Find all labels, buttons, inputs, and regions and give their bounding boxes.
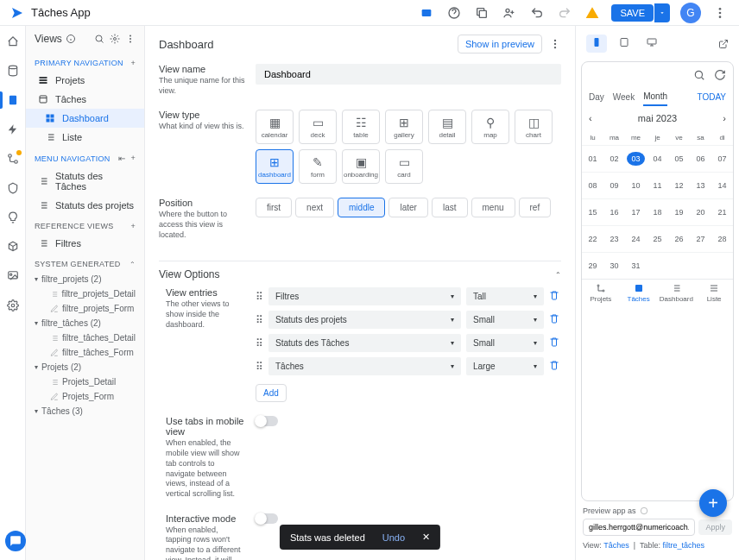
cal-cell[interactable]: 14	[711, 172, 733, 198]
table-link[interactable]: filtre_tâches	[662, 541, 704, 550]
add-icon[interactable]: +	[130, 222, 136, 230]
cal-cell[interactable]: 26	[668, 225, 690, 252]
cal-cell[interactable]: 21	[711, 198, 733, 225]
rail-intelligence[interactable]	[4, 209, 22, 226]
cal-cell[interactable]	[647, 252, 668, 279]
add-icon[interactable]: +	[130, 154, 136, 163]
cal-cell[interactable]: 08	[582, 172, 603, 198]
entry-size-select[interactable]: Small▾	[466, 311, 544, 329]
rail-manage[interactable]	[4, 238, 22, 255]
entry-view-select[interactable]: Filtres▾	[268, 287, 461, 305]
device-tab-desktop[interactable]	[641, 35, 662, 53]
cal-cell[interactable]: 16	[603, 198, 625, 225]
preview-user-input[interactable]	[583, 519, 695, 536]
cal-cell[interactable]: 03	[625, 145, 647, 172]
position-later[interactable]: later	[388, 198, 427, 217]
cal-cell[interactable]: 04	[647, 145, 668, 172]
cal-cell[interactable]: 20	[690, 198, 711, 225]
position-next[interactable]: next	[295, 198, 334, 217]
cal-cell[interactable]: 05	[668, 145, 690, 172]
sidebar-item-filtres[interactable]: Filtres	[26, 234, 144, 253]
position-middle[interactable]: middle	[338, 198, 385, 217]
cal-cell[interactable]: 11	[647, 172, 668, 198]
cal-cell[interactable]: 27	[690, 225, 711, 252]
use-tabs-toggle[interactable]	[256, 416, 278, 426]
rail-settings[interactable]	[4, 297, 22, 314]
more-vert-icon[interactable]	[549, 38, 561, 50]
rail-data[interactable]	[4, 62, 22, 79]
gear-icon[interactable]	[110, 34, 120, 44]
interactive-toggle[interactable]	[256, 513, 278, 524]
save-dropdown[interactable]	[654, 3, 670, 22]
drag-handle-icon[interactable]: ⠿	[256, 291, 263, 303]
type-card-deck[interactable]: ▭deck	[299, 110, 337, 144]
position-first[interactable]: first	[256, 198, 292, 217]
search-icon[interactable]	[94, 34, 104, 44]
sidebar-item-liste[interactable]: Liste	[26, 128, 144, 147]
cal-cell[interactable]: 02	[603, 145, 625, 172]
position-ref[interactable]: ref	[519, 198, 552, 217]
cal-cell[interactable]: 15	[582, 198, 603, 225]
entry-view-select[interactable]: Statuts des Tâches▾	[268, 334, 461, 352]
type-card-chart[interactable]: ◫chart	[515, 110, 553, 144]
rail-security[interactable]	[4, 179, 22, 197]
cal-cell[interactable]: 10	[625, 172, 647, 198]
tree-leaf[interactable]: Projets_Detail	[26, 374, 144, 389]
tree-group[interactable]: ▾filtre_tâches (2)	[26, 316, 144, 330]
save-button[interactable]: SAVE	[611, 4, 654, 22]
cal-cell[interactable]: 07	[711, 145, 733, 172]
copy-icon[interactable]	[473, 4, 490, 22]
bottomnav-tâches[interactable]: Tâches	[620, 283, 658, 303]
entry-size-select[interactable]: Tall▾	[466, 287, 544, 305]
cal-cell[interactable]: 23	[603, 225, 625, 252]
delete-icon[interactable]	[549, 313, 561, 326]
warning-icon[interactable]	[584, 4, 601, 22]
cal-cell[interactable]: 17	[625, 198, 647, 225]
delete-icon[interactable]	[549, 360, 561, 373]
type-card-form[interactable]: ✎form	[299, 149, 337, 184]
drag-handle-icon[interactable]: ⠿	[256, 337, 263, 349]
tree-leaf[interactable]: filtre_projets_Form	[26, 301, 144, 316]
cal-cell[interactable]: 12	[668, 172, 690, 198]
cal-cell[interactable]: 18	[647, 198, 668, 225]
redo-icon[interactable]	[556, 4, 573, 22]
sidebar-item-projets[interactable]: Projets	[26, 71, 144, 90]
type-card-calendar[interactable]: ▦calendar	[256, 110, 294, 144]
entry-view-select[interactable]: Statuts des projets▾	[268, 311, 461, 329]
drag-handle-icon[interactable]: ⠿	[256, 361, 263, 373]
cal-cell[interactable]: 30	[603, 252, 625, 279]
undo-icon[interactable]	[528, 4, 546, 22]
sidebar-item-tâches[interactable]: Tâches	[26, 90, 144, 109]
rail-actions[interactable]	[4, 121, 22, 138]
tree-leaf[interactable]: filtre_tâches_Form	[26, 345, 144, 360]
show-in-preview-button[interactable]: Show in preview	[458, 35, 542, 53]
bottomnav-projets[interactable]: Projets	[582, 283, 620, 303]
toast-close-icon[interactable]: ✕	[422, 532, 430, 543]
tree-leaf[interactable]: filtre_projets_Detail	[26, 286, 144, 301]
cal-cell[interactable]: 31	[625, 252, 647, 279]
today-button[interactable]: TODAY	[697, 92, 726, 102]
rail-views[interactable]	[4, 91, 22, 109]
type-card-onboarding[interactable]: ▣onboarding	[342, 149, 380, 184]
position-menu[interactable]: menu	[471, 198, 515, 217]
refresh-icon[interactable]	[714, 69, 726, 81]
cal-cell[interactable]: 13	[690, 172, 711, 198]
cal-cell[interactable]: 24	[625, 225, 647, 252]
help-icon[interactable]	[445, 4, 463, 22]
sidebar-item-statuts-des-projets[interactable]: Statuts des projets	[26, 196, 144, 215]
tree-group[interactable]: ▾Tâches (3)	[26, 404, 144, 418]
entry-size-select[interactable]: Small▾	[466, 334, 544, 352]
cal-cell[interactable]: 19	[668, 198, 690, 225]
open-external-icon[interactable]	[718, 39, 729, 49]
cal-cell[interactable]	[690, 252, 711, 279]
cal-next-icon[interactable]: ›	[723, 113, 726, 123]
type-card-detail[interactable]: ▤detail	[428, 110, 466, 144]
tree-group[interactable]: ▾Projets (2)	[26, 360, 144, 374]
cal-cell[interactable]: 01	[582, 145, 603, 172]
collapse-icon[interactable]: ⇤	[118, 154, 125, 163]
type-card-gallery[interactable]: ⊞gallery	[385, 110, 423, 144]
more-vert-icon[interactable]	[125, 34, 136, 44]
cal-cell[interactable]: 06	[690, 145, 711, 172]
delete-icon[interactable]	[549, 337, 561, 349]
type-card-table[interactable]: ☷table	[342, 110, 380, 144]
